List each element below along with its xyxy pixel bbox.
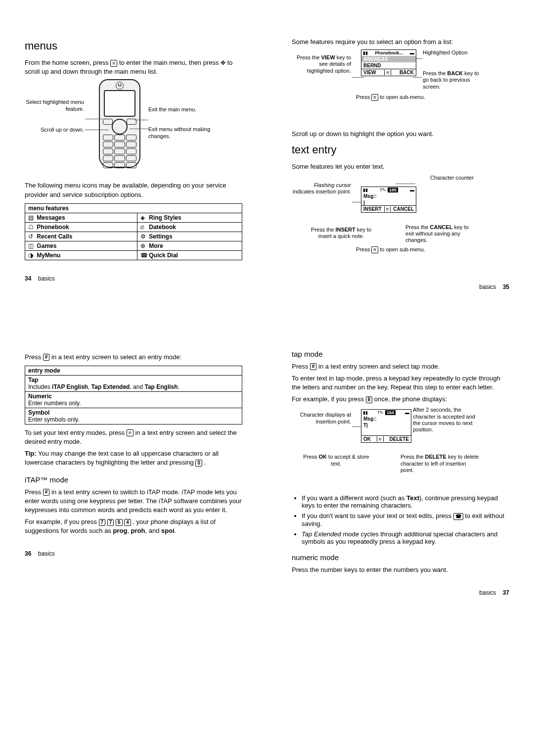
row-head: Symbol [28,409,239,416]
table-row: Symbol Enter symbols only. [25,408,242,424]
callout-ok: Press OK to accept & store text. [302,454,371,467]
key [114,148,125,154]
t: Text [406,494,419,502]
hash-key-icon: # [43,489,50,496]
softkey-bar: VIEW ≡ BACK [361,69,416,76]
t: More [149,242,163,249]
t: VIEW [321,54,335,60]
key [103,162,113,168]
menu-key-icon: ≡ [371,94,378,101]
list-item: BERND [361,62,416,69]
t: Quick Dial [149,252,178,259]
key [126,155,136,161]
menu-features-header: menu features [25,203,242,213]
t: in a text entry screen to switch to iTAP… [25,488,242,514]
zero-key-icon: 0 [195,460,202,467]
t: Tap Extended [91,383,130,390]
phone-keypad [103,135,136,168]
t: Press [356,246,371,252]
t: For example, if you press [25,518,99,525]
t: in a text entry screen and select tap mo… [318,363,440,370]
end-key-icon: ☎ [453,513,463,520]
mini-screen-tap: ▮▮ T✎ 164 ▬ Msg:: T| OK ≡ DELETE [361,409,411,443]
itap-heading: iTAP™ mode [25,475,242,484]
key [114,142,125,147]
callout-back-key: Press the BACK key to go back to previou… [423,70,482,90]
t: From the home screen, press [25,59,110,66]
t: Press [25,353,43,361]
t: . [204,459,206,466]
t: Press the [423,70,447,76]
t: Press the [405,224,430,230]
tap-diagram: Character displays at insertion point. A… [292,407,509,488]
tap-bullets: If you want a different word (such as Te… [292,494,509,545]
t: . [178,383,179,390]
table-row: ▤ Messages◈ Ring Styles [25,213,242,222]
t: Press the [400,454,425,460]
line [134,120,148,120]
key [126,142,136,147]
itap-p1: Press # in a text entry screen to switch… [25,488,242,515]
t: INSERT [335,227,355,233]
list-item: Tap Extended mode cycles through additio… [302,530,509,545]
t: OK [319,454,327,460]
menu-key-icon: ≡ [127,429,134,436]
line [396,184,415,184]
mymenu-icon: ◑ [28,252,35,259]
msg-label: Msg:: [361,416,411,422]
t: Phonebook [37,224,69,231]
battery-icon: ▬ [405,410,409,415]
row-head: Tap [28,377,239,383]
menu-key-icon: ≡ [110,60,117,67]
footer-section: basics [38,275,55,282]
phonebook-icon: ☖ [28,224,35,231]
p35-intro2: Some features let you enter text. [292,162,509,171]
t: If you don't want to save your text or t… [302,512,453,520]
line [352,426,362,427]
t: If you want a different word (such as [302,494,406,502]
callout-char-counter: Character counter [430,175,490,181]
t: MyMenu [37,252,60,259]
footer-36: 36 basics [25,550,242,557]
t: iTAP English [52,383,88,390]
table-row: Tap Includes iTAP English, Tap Extended,… [25,375,242,391]
t: Press the [311,227,336,233]
phonebook-diagram: ▮▮ Phonebook... ▬ ANDREAS BERND VIEW ≡ B… [292,49,509,124]
line [413,77,422,78]
list-item: If you don't want to save your text or t… [302,512,509,527]
footer-34: 34 basics [25,275,242,282]
callout-cancel: Press the CANCEL key to exit without sav… [405,224,475,244]
settings-icon: ⚙ [140,233,147,240]
battery-icon: ▬ [410,50,414,55]
t: spoi [161,527,175,534]
t: , and [145,527,162,534]
softkey-delete: DELETE [390,436,409,442]
more-icon: ⊕ [140,242,147,249]
line [85,119,103,119]
t: Ring Styles [149,214,181,221]
tap-mode-heading: tap mode [292,350,509,358]
t: Press [292,363,310,370]
table-row: Numeric Enter numbers only. [25,391,242,408]
phone-dpad [112,119,128,135]
callout-after2s: After 2 seconds, the character is accept… [413,407,482,433]
signal-icon: ▮▮ [363,50,368,55]
t: Press [303,454,318,460]
signal-icon: ▮▮ [363,188,368,192]
signal-icon: ▮▮ [363,410,368,415]
spread-36-37: Press # in a text entry screen to select… [15,325,519,612]
t: Flashing cursor [314,182,351,188]
line [416,58,422,59]
t: Recent Calls [37,233,72,240]
key [103,135,113,141]
menu-key-icon: ≡ [377,436,384,442]
phone-body: M [99,79,140,168]
t: indicates insertion point. [293,189,351,194]
t: Includes [28,383,52,390]
seven-key-icon: 7 [99,519,106,526]
tap-p3: For example, if you press 8 once, the ph… [292,395,509,404]
t: Press [356,94,371,100]
line [130,129,148,129]
six-key-icon: 6 [116,519,123,526]
t: once, the phone displays: [374,395,447,403]
